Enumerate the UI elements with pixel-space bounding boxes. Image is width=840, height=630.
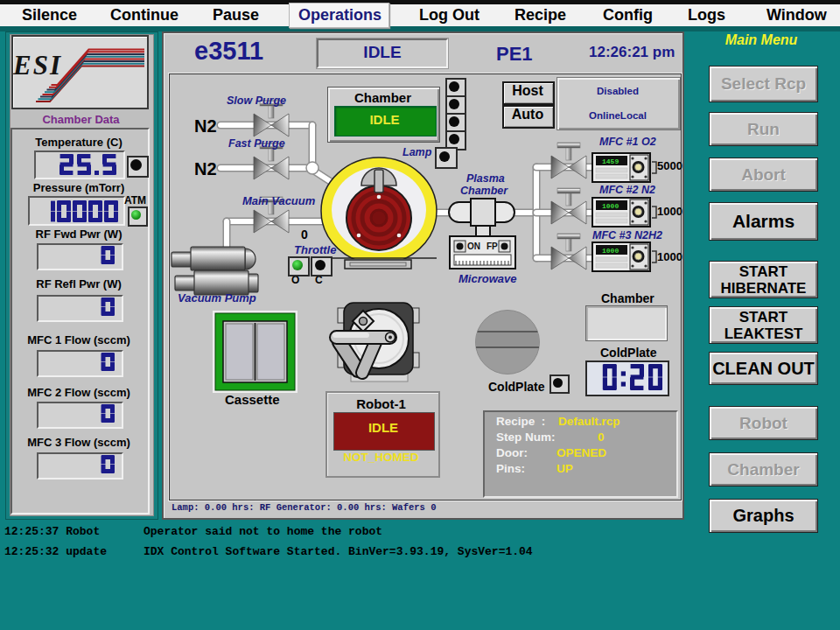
- svg-text:1000: 1000: [602, 202, 619, 210]
- svg-text:ON: ON: [467, 242, 480, 251]
- svg-text:1459: 1459: [602, 158, 619, 165]
- svg-text:1000: 1000: [602, 247, 619, 255]
- svg-text:FP: FP: [486, 242, 498, 251]
